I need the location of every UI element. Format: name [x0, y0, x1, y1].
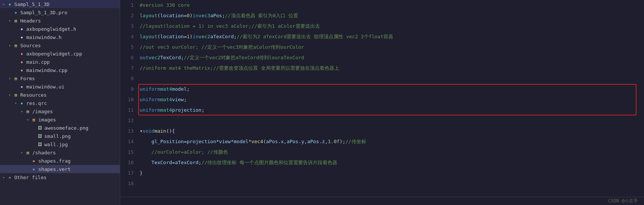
- tree-item-shapes-frag[interactable]: ▪ shapes.frag: [0, 157, 120, 165]
- tree-item-pro-file[interactable]: ▪ Sampl_5_1_3D.pro: [0, 8, 120, 16]
- arrow-shapes-frag: [26, 159, 30, 163]
- line2-paren1: (: [157, 10, 160, 21]
- tree-item-shapes-vert[interactable]: ▪ shapes.vert: [0, 165, 120, 173]
- arrow-axbopenglwidget-cpp: [14, 51, 18, 56]
- forms-label: Forms: [20, 76, 35, 81]
- watermark-text: CSDN @小左手: [608, 198, 638, 204]
- tree-item-forms[interactable]: ▾ ▤ Forms: [0, 74, 120, 82]
- line-num-15: 15: [120, 147, 134, 157]
- highlight-region: uniform mat4 model; uniform mat4 view; u…: [140, 84, 644, 115]
- tree-item-main-cpp[interactable]: ▪ main.cpp: [0, 58, 120, 66]
- line17-brace: }: [140, 168, 143, 178]
- arrow-main-cpp: [14, 60, 18, 64]
- line-num-9: 9: [120, 84, 134, 94]
- arrow-forms: ▾: [8, 76, 12, 81]
- arrow-axbopenglwidget-h: [14, 27, 18, 31]
- line7-text: //uniform mat4 theMatrix;//需要改变顶点位置 全局变量…: [140, 63, 339, 73]
- code-line-1: #version 330 core: [140, 0, 644, 10]
- other-files-icon: ◈: [7, 174, 13, 180]
- tree-item-headers[interactable]: ▾ ▤ Headers: [0, 16, 120, 25]
- line8-empty: [140, 73, 143, 84]
- res-qrc-label: res.qrc: [26, 100, 47, 106]
- headers-label: Headers: [20, 18, 41, 24]
- code-line-13: ▾ void main(){: [140, 126, 644, 136]
- resources-folder-icon: ▤: [13, 92, 19, 98]
- tree-item-axbopenglwidget-cpp[interactable]: ▪ axbopenglwidget.cpp: [0, 49, 120, 58]
- tree-item-mainwindow-ui[interactable]: ▪ mainwindow.ui: [0, 82, 120, 91]
- tree-item-awesomeface-png[interactable]: 🖼 awesomeface.png: [0, 124, 120, 132]
- arrow-project-root: ▾: [2, 2, 6, 6]
- line15-text: //ourColor=aColor; //传颜色: [151, 147, 228, 157]
- editor: 1 2 3 4 5 6 7 8 9 10 11 12 13 14 15 16 1…: [120, 0, 644, 205]
- tree-item-images-subfolder[interactable]: ▾ ▤ images: [0, 115, 120, 124]
- code-line-2: layout(location = 0) in vec3 aPos; //顶点着…: [140, 10, 644, 21]
- tree-item-sources[interactable]: ▾ ▤ Sources: [0, 41, 120, 49]
- code-content[interactable]: #version 330 core layout(location = 0) i…: [137, 0, 644, 197]
- footer: CSDN @小左手: [120, 197, 644, 205]
- tree-item-images-folder[interactable]: ▾ ▤ /images: [0, 107, 120, 115]
- tree-item-resources[interactable]: ▾ ▤ Resources: [0, 91, 120, 99]
- vert-file-icon: ▪: [31, 166, 37, 172]
- code-line-4: layout(location = 1) in vec2 aTexCord;//…: [140, 31, 644, 42]
- h-file-icon-1: ▪: [19, 26, 25, 32]
- arrow-mainwindow-cpp: [14, 68, 18, 72]
- arrow-shapes-vert: [26, 167, 30, 171]
- wall-jpg-label: wall.jpg: [44, 142, 68, 147]
- forms-folder-icon: ▤: [13, 75, 19, 81]
- code-line-7: //uniform mat4 theMatrix;//需要改变顶点位置 全局变量…: [140, 63, 644, 73]
- code-line-11: uniform mat4 projection;: [140, 105, 644, 115]
- line12-empty: [140, 115, 143, 126]
- mainwindow-ui-label: mainwindow.ui: [26, 84, 65, 90]
- line-numbers: 1 2 3 4 5 6 7 8 9 10 11 12 13 14 15 16 1…: [120, 0, 137, 197]
- arrow-awesomeface: [32, 126, 36, 130]
- tree-item-wall-jpg[interactable]: 🖼 wall.jpg: [0, 140, 120, 148]
- code-line-5: //out vec3 ourColor; //定义一个vec3对象把aColor…: [140, 42, 644, 52]
- arrow-images-subfolder: ▾: [26, 117, 30, 122]
- tree-item-shaders-folder[interactable]: ▾ ▤ /shaders: [0, 148, 120, 157]
- images-subfolder-label: images: [38, 117, 56, 123]
- code-area[interactable]: 1 2 3 4 5 6 7 8 9 10 11 12 13 14 15 16 1…: [120, 0, 644, 197]
- tree-item-small-png[interactable]: 🖼 small.png: [0, 132, 120, 140]
- code-line-17: }: [140, 168, 644, 178]
- code-line-3: //layout(location = 1) in vec3 aColor;//…: [140, 21, 644, 31]
- code-line-16: TexCord=aTexCord;//传出纹理坐标 每一个点图片颜色和位置需要告…: [140, 157, 644, 168]
- pro-file-label: Sampl_5_1_3D.pro: [20, 10, 67, 15]
- ui-file-icon: ▪: [19, 84, 25, 90]
- line3-text: //layout(location = 1) in vec3 aColor;//…: [140, 21, 320, 31]
- tree-item-axbopenglwidget-h[interactable]: ▪ axbopenglwidget.h: [0, 25, 120, 33]
- line-num-18: 18: [120, 178, 134, 189]
- tree-item-project-root[interactable]: ▾ ◈ Sampl_5_1_3D: [0, 0, 120, 8]
- arrow-headers: ▾: [8, 18, 12, 23]
- tree-item-res-qrc[interactable]: ▾ ▪ res.qrc: [0, 99, 120, 107]
- line2-layout: layout: [140, 10, 157, 21]
- tree-item-mainwindow-h[interactable]: ▪ mainwindow.h: [0, 33, 120, 41]
- main-cpp-label: main.cpp: [26, 59, 50, 65]
- mainwindow-h-label: mainwindow.h: [26, 34, 62, 40]
- h-file-icon-2: ▪: [19, 34, 25, 40]
- tree-item-other-files[interactable]: ▾ ◈ Other files: [0, 173, 120, 181]
- line-num-10: 10: [120, 94, 134, 105]
- cpp-file-icon-3: ▪: [19, 67, 25, 73]
- arrow-sources: ▾: [8, 43, 12, 48]
- code-line-6: out vec2 TexCord; //定义一个vec2对象把aTexCord传…: [140, 52, 644, 63]
- arrow-small-png: [32, 134, 36, 138]
- arrow-mainwindow-ui: [14, 84, 18, 89]
- arrow-wall-jpg: [32, 142, 36, 147]
- other-files-label: Other files: [14, 175, 47, 180]
- arrow-resources: ▾: [8, 93, 12, 97]
- code-line-12: [140, 115, 644, 126]
- images-folder-icon: ▤: [25, 108, 31, 114]
- mainwindow-cpp-label: mainwindow.cpp: [26, 67, 68, 73]
- pro-file-icon: ▪: [13, 9, 19, 15]
- line-num-13: 13: [120, 126, 134, 136]
- arrow-shaders-folder: ▾: [20, 150, 24, 155]
- line-num-16: 16: [120, 157, 134, 168]
- tree-item-mainwindow-cpp[interactable]: ▪ mainwindow.cpp: [0, 66, 120, 74]
- line-num-7: 7: [120, 63, 134, 73]
- line-num-3: 3: [120, 21, 134, 31]
- line-num-17: 17: [120, 168, 134, 178]
- shapes-frag-label: shapes.frag: [38, 158, 71, 164]
- project-icon: ◈: [7, 1, 13, 7]
- code-line-8: [140, 73, 644, 84]
- code-line-9: uniform mat4 model;: [140, 84, 644, 94]
